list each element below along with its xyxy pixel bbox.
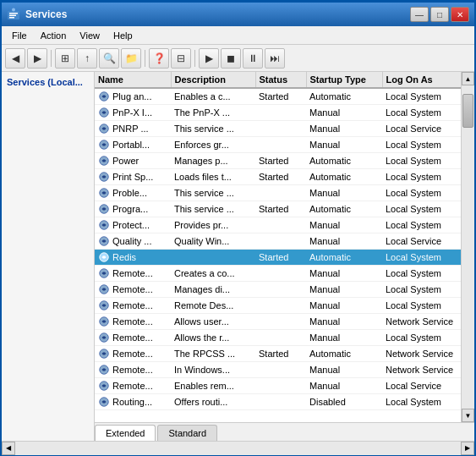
table-row[interactable]: Routing... Offers routi... Disabled Loca… [95, 394, 461, 410]
table-row[interactable]: PnP-X I... The PnP-X ... Manual Local Sy… [95, 105, 461, 121]
up-button[interactable]: ↑ [77, 48, 97, 69]
cell-name: Remote... [95, 346, 171, 362]
table-row[interactable]: Remote... In Windows... Manual Network S… [95, 362, 461, 378]
tab-extended[interactable]: Extended [95, 425, 156, 441]
table-row[interactable]: PNRP ... This service ... Manual Local S… [95, 121, 461, 137]
cell-name: Redis [95, 250, 171, 266]
cell-description: Enforces gr... [171, 137, 255, 153]
table-row[interactable]: Protect... Provides pr... Manual Local S… [95, 217, 461, 233]
cell-description: Allows user... [171, 314, 255, 330]
cell-description: Allows the r... [171, 330, 255, 346]
scroll-right-button[interactable]: ▶ [461, 442, 474, 455]
forward-button[interactable]: ▶ [27, 48, 47, 69]
cell-startup-type: Automatic [306, 153, 382, 169]
menu-action[interactable]: Action [34, 29, 74, 42]
table-row[interactable]: Remote... Manages di... Manual Local Sys… [95, 282, 461, 298]
table-row[interactable]: Remote... Allows user... Manual Network … [95, 314, 461, 330]
cell-description: Manages di... [171, 282, 255, 298]
folders-button[interactable]: 📁 [121, 48, 141, 69]
scroll-track[interactable] [462, 85, 474, 409]
horizontal-scrollbar[interactable]: ◀ ▶ [2, 441, 474, 454]
services-table-container[interactable]: Name Description Status Startup Type Log… [95, 72, 461, 422]
table-row[interactable]: Remote... Enables rem... Manual Local Se… [95, 378, 461, 394]
table-row[interactable]: Remote... Allows the r... Manual Local S… [95, 330, 461, 346]
table-row[interactable]: Progra... This service ... Started Autom… [95, 201, 461, 217]
cell-startup-type: Manual [306, 137, 382, 153]
cell-startup-type: Manual [306, 233, 382, 250]
cell-name: Remote... [95, 298, 171, 314]
menu-file[interactable]: File [5, 29, 34, 42]
cell-log-on-as: Network Service [382, 346, 461, 362]
cell-description: This service ... [171, 185, 255, 201]
close-button[interactable]: ✕ [451, 7, 469, 22]
help-button[interactable]: ❓ [149, 48, 169, 69]
play-button[interactable]: ▶ [199, 48, 219, 69]
cell-status [255, 137, 306, 153]
col-header-status[interactable]: Status [255, 72, 306, 88]
cell-status [255, 105, 306, 121]
table-row[interactable]: Redis Started Automatic Local System [95, 250, 461, 266]
cell-startup-type: Manual [306, 282, 382, 298]
cell-name: Portabl... [95, 137, 171, 153]
title-bar: Services — □ ✕ [2, 3, 474, 26]
col-header-description[interactable]: Description [171, 72, 255, 88]
cell-startup-type: Manual [306, 266, 382, 282]
tab-standard[interactable]: Standard [157, 425, 217, 441]
minimize-button[interactable]: — [410, 7, 429, 22]
vertical-scrollbar[interactable]: ▲ ▼ [461, 72, 474, 422]
stop-button[interactable]: ◼ [221, 48, 241, 69]
cell-name: Proble... [95, 185, 171, 201]
scroll-left-button[interactable]: ◀ [2, 442, 15, 455]
table-row[interactable]: Quality ... Quality Win... Manual Local … [95, 233, 461, 250]
cell-status [255, 378, 306, 394]
scroll-thumb[interactable] [462, 94, 473, 128]
cell-log-on-as: Local System [382, 298, 461, 314]
table-row[interactable]: Print Sp... Loads files t... Started Aut… [95, 169, 461, 185]
toolbar-sep-2 [145, 50, 145, 67]
svg-rect-2 [9, 15, 16, 17]
svg-rect-1 [9, 13, 18, 14]
pause-button[interactable]: ⏸ [243, 48, 263, 69]
cell-status: Started [255, 169, 306, 185]
scroll-down-button[interactable]: ▼ [462, 409, 474, 422]
table-row[interactable]: Remote... The RPCSS ... Started Automati… [95, 346, 461, 362]
window-title: Services [25, 8, 67, 20]
menu-view[interactable]: View [73, 29, 107, 42]
table-row[interactable]: Proble... This service ... Manual Local … [95, 185, 461, 201]
cell-status: Started [255, 250, 306, 266]
cell-description: This service ... [171, 201, 255, 217]
cell-log-on-as: Local System [382, 105, 461, 121]
cell-status [255, 330, 306, 346]
table-row[interactable]: Remote... Remote Des... Manual Local Sys… [95, 298, 461, 314]
sidebar-title[interactable]: Services (Local... [7, 77, 89, 87]
cell-description: Loads files t... [171, 169, 255, 185]
main-panel: Name Description Status Startup Type Log… [95, 72, 474, 441]
maximize-button[interactable]: □ [430, 7, 449, 22]
resume-button[interactable]: ⏭ [265, 48, 285, 69]
back-button[interactable]: ◀ [5, 48, 25, 69]
cell-description: Provides pr... [171, 217, 255, 233]
col-header-name[interactable]: Name [95, 72, 171, 88]
search-button[interactable]: 🔍 [99, 48, 119, 69]
table-row[interactable]: Plug an... Enables a c... Started Automa… [95, 88, 461, 105]
toolbar-sep-1 [51, 50, 52, 67]
cell-description: This service ... [171, 121, 255, 137]
cell-log-on-as: Local System [382, 185, 461, 201]
view-button[interactable]: ⊞ [55, 48, 75, 69]
cell-description: Creates a co... [171, 266, 255, 282]
cell-name: Remote... [95, 362, 171, 378]
cell-log-on-as: Local System [382, 88, 461, 105]
table-row[interactable]: Power Manages p... Started Automatic Loc… [95, 153, 461, 169]
table-row[interactable]: Portabl... Enforces gr... Manual Local S… [95, 137, 461, 153]
cell-status: Started [255, 346, 306, 362]
col-header-logon[interactable]: Log On As [382, 72, 461, 88]
cell-status [255, 121, 306, 137]
col-header-startup[interactable]: Startup Type [306, 72, 382, 88]
cell-startup-type: Manual [306, 362, 382, 378]
properties-button[interactable]: ⊟ [171, 48, 191, 69]
menu-help[interactable]: Help [107, 29, 140, 42]
cell-name: PnP-X I... [95, 105, 171, 121]
scroll-up-button[interactable]: ▲ [462, 72, 474, 85]
h-scroll-track[interactable] [15, 442, 461, 455]
table-row[interactable]: Remote... Creates a co... Manual Local S… [95, 266, 461, 282]
